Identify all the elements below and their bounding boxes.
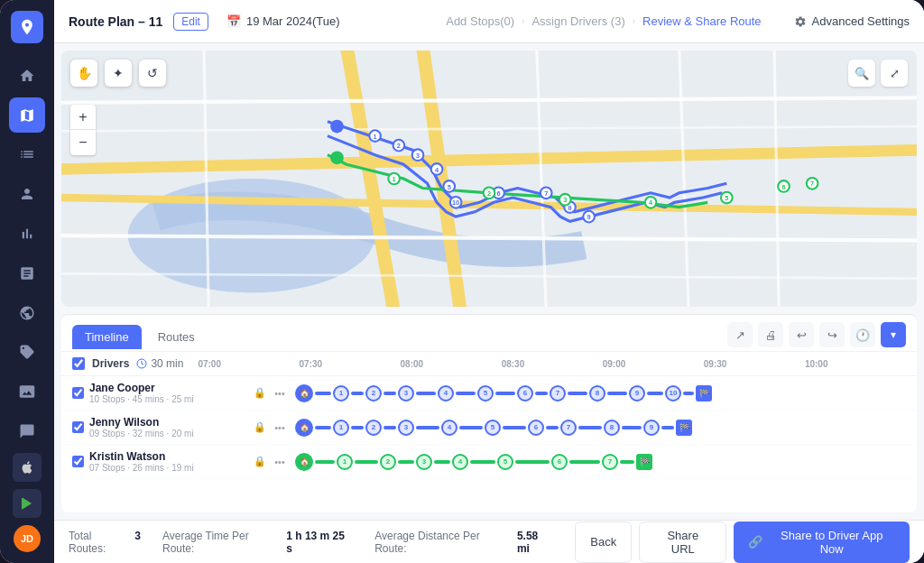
- jane-stop-4: 4: [438, 385, 454, 401]
- driver-jane-more[interactable]: •••: [272, 385, 288, 401]
- breadcrumb-assign-drivers[interactable]: Assign Drivers (3): [531, 14, 624, 28]
- driver-jenny-checkbox[interactable]: [72, 421, 84, 433]
- print-btn[interactable]: 🖨: [758, 322, 783, 347]
- date-display: 📅 19 Mar 2024(Tue): [226, 14, 340, 28]
- driver-jane-lock[interactable]: 🔒: [252, 385, 268, 401]
- map-expand-btn[interactable]: ⤢: [881, 60, 908, 87]
- svg-text:3: 3: [563, 196, 567, 204]
- jenny-stop-4: 4: [441, 420, 457, 436]
- svg-text:9: 9: [587, 213, 591, 221]
- hand-tool-btn[interactable]: ✋: [70, 60, 97, 87]
- history-btn[interactable]: 🕐: [850, 322, 875, 347]
- driver-jane-info: Jane Cooper 10 Stops · 45 mins · 25 mi: [89, 382, 252, 404]
- sidebar-item-media[interactable]: [9, 374, 45, 410]
- svg-text:1: 1: [374, 133, 377, 141]
- share-driver-app-button[interactable]: 🔗 Share to Driver App Now: [734, 521, 910, 563]
- sidebar-bottom: JD: [13, 453, 42, 552]
- rotate-tool-btn[interactable]: ↺: [139, 60, 166, 87]
- jenny-line-6: [503, 426, 526, 429]
- jenny-stop-3: 3: [398, 420, 414, 436]
- edit-button[interactable]: Edit: [173, 13, 208, 31]
- driver-jane-checkbox[interactable]: [72, 387, 84, 399]
- jane-line-10: [647, 392, 663, 395]
- jane-stop-3: 3: [398, 385, 414, 401]
- map-canvas: 1 2 3 4 5 10 6 7 8 9 1 2 3 4 5 6 7: [61, 51, 917, 307]
- driver-kristin-lock[interactable]: 🔒: [252, 454, 268, 470]
- apple-store-btn[interactable]: [13, 453, 42, 482]
- share-url-button[interactable]: Share URL: [639, 521, 726, 563]
- driver-kristin-meta: 07 Stops · 26 mins · 19 mi: [89, 463, 252, 473]
- breadcrumb-review-share[interactable]: Review & Share Route: [642, 14, 762, 28]
- time-label-2: 08:00: [401, 359, 502, 369]
- jenny-line-end: [661, 426, 674, 429]
- zoom-out-btn[interactable]: −: [70, 130, 96, 155]
- date-text: 19 Mar 2024(Tue): [246, 14, 340, 28]
- google-store-btn[interactable]: [13, 489, 42, 518]
- sidebar-item-home[interactable]: [9, 58, 45, 94]
- tab-routes[interactable]: Routes: [145, 325, 208, 349]
- svg-text:3: 3: [416, 152, 420, 160]
- svg-text:5: 5: [725, 194, 728, 202]
- svg-text:5: 5: [448, 183, 451, 191]
- jenny-line-1: [315, 426, 331, 429]
- driver-jenny-more[interactable]: •••: [272, 420, 288, 436]
- export-btn[interactable]: ↗: [727, 322, 753, 347]
- svg-text:6: 6: [781, 183, 785, 191]
- jane-line-9: [607, 392, 627, 395]
- calendar-icon: 📅: [226, 14, 241, 28]
- driver-jane-icons: 🔒 •••: [252, 385, 288, 401]
- sidebar-item-drivers[interactable]: [9, 176, 45, 212]
- sidebar-item-reports[interactable]: [9, 255, 45, 291]
- driver-jenny-lock[interactable]: 🔒: [252, 420, 268, 436]
- jane-line-1: [315, 392, 331, 395]
- driver-jenny-info: Jenny Wilson 09 Stops · 32 mins · 20 mi: [89, 416, 252, 438]
- zoom-in-btn[interactable]: +: [70, 105, 96, 130]
- driver-jenny-name: Jenny Wilson: [89, 416, 252, 429]
- kristin-end-icon: 🏁: [636, 454, 652, 470]
- panel-actions: ↗ 🖨 ↩ ↪ 🕐 ▾: [727, 322, 906, 351]
- sidebar-item-integrations[interactable]: [9, 295, 45, 331]
- drivers-checkbox[interactable]: [72, 357, 85, 370]
- driver-kristin-info: Kristin Watson 07 Stops · 26 mins · 19 m…: [89, 450, 252, 473]
- panel-expand-btn[interactable]: ▾: [881, 322, 906, 347]
- time-label-1: 07:30: [299, 359, 400, 369]
- advanced-settings-button[interactable]: Advanced Settings: [794, 14, 910, 28]
- pointer-tool-btn[interactable]: ✦: [105, 60, 132, 87]
- tab-timeline[interactable]: Timeline: [72, 325, 142, 349]
- driver-kristin-icons: 🔒 •••: [252, 454, 288, 470]
- total-routes-stat: Total Routes: 3: [69, 530, 141, 555]
- sidebar-item-messages[interactable]: [9, 413, 45, 449]
- time-label-0: 07:00: [198, 359, 299, 369]
- jane-stop-10: 10: [665, 385, 681, 401]
- svg-text:2: 2: [487, 189, 491, 198]
- undo-btn[interactable]: ↩: [789, 322, 814, 347]
- jenny-end-icon: 🏁: [676, 420, 692, 436]
- map-area[interactable]: 1 2 3 4 5 10 6 7 8 9 1 2 3 4 5 6 7: [61, 51, 917, 307]
- breadcrumb-sep-1: ›: [522, 16, 524, 26]
- sidebar-item-routes[interactable]: [9, 97, 45, 134]
- svg-text:7: 7: [810, 180, 814, 188]
- redo-btn[interactable]: ↪: [819, 322, 845, 347]
- kristin-stop-1: 1: [337, 454, 353, 470]
- jane-line-4: [416, 392, 436, 395]
- kristin-line-6: [515, 460, 550, 464]
- app-logo[interactable]: [11, 11, 43, 43]
- share-driver-label: Share to Driver App Now: [768, 529, 895, 556]
- map-search-btn[interactable]: 🔍: [848, 60, 875, 87]
- jenny-line-3: [383, 426, 396, 429]
- driver-jenny-meta: 09 Stops · 32 mins · 20 mi: [89, 429, 252, 438]
- kristin-stop-6: 6: [551, 454, 568, 470]
- settings-label: Advanced Settings: [812, 14, 910, 28]
- driver-kristin-name: Kristin Watson: [89, 450, 252, 463]
- driver-kristin-more[interactable]: •••: [272, 454, 288, 470]
- sidebar-item-analytics[interactable]: [9, 216, 45, 252]
- sidebar-item-list[interactable]: [9, 136, 45, 172]
- user-avatar[interactable]: JD: [14, 525, 41, 552]
- time-label-4: 09:00: [603, 359, 704, 369]
- back-button[interactable]: Back: [575, 521, 632, 563]
- avg-dist-label: Average Distance Per Route:: [374, 530, 513, 555]
- driver-kristin-checkbox[interactable]: [72, 456, 84, 467]
- sidebar-item-labels[interactable]: [9, 335, 45, 371]
- breadcrumb-add-stops[interactable]: Add Stops(0): [446, 14, 514, 28]
- time-label-5: 09:30: [704, 359, 805, 369]
